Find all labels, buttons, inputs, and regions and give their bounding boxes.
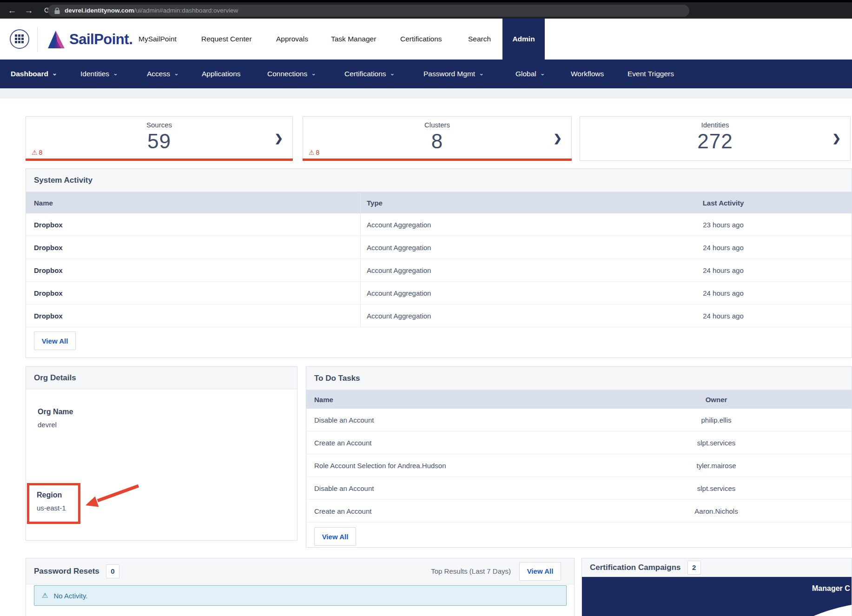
campaign-card[interactable]: Manager C [582,577,852,616]
subnav-connections-label: Connections [267,70,307,78]
region-label: Region [37,491,62,499]
activity-type: Account Aggregation [367,213,431,236]
clusters-warning-count: 8 [316,149,320,156]
subnav-access[interactable]: Access⌄ [147,60,179,88]
topnav-task-manager[interactable]: Task Manager [331,19,376,60]
chevron-down-icon: ⌄ [311,59,316,88]
activity-name: Dropbox [34,305,63,327]
admin-subnav: Dashboard⌄ Identities⌄ Access⌄ Applicati… [0,60,852,88]
activity-name: Dropbox [34,236,63,258]
subnav-applications-label: Applications [202,70,241,78]
subnav-event-triggers-label: Event Triggers [627,70,674,78]
subnav-workflows[interactable]: Workflows [571,60,604,88]
chevron-down-icon: ⌄ [174,59,179,88]
todo-task-row[interactable]: Role Account Selection for Andrea.Hudson… [306,454,852,477]
todo-task-row[interactable]: Disable an Account slpt.services [306,477,852,500]
org-details-title: Org Details [26,367,297,389]
system-activity-row[interactable]: Dropbox Account Aggregation 24 hours ago [26,282,852,305]
identities-card-label: Identities [580,121,850,129]
header-divider [37,27,38,52]
topnav-certifications[interactable]: Certifications [400,19,442,60]
topnav-admin-active-tab[interactable]: Admin [502,19,545,60]
sailpoint-logo[interactable]: SailPoint. [46,29,132,50]
system-activity-row[interactable]: Dropbox Account Aggregation 24 hours ago [26,236,852,259]
certification-campaigns-header: Certification Campaigns 2 [582,558,852,577]
todo-task-row[interactable]: Disable an Account philip.ellis [306,409,852,431]
lock-icon [54,7,60,16]
subnav-connections[interactable]: Connections⌄ [267,60,316,88]
subnav-global[interactable]: Global⌄ [515,60,545,88]
sources-card-label: Sources [26,121,292,129]
topnav-approvals[interactable]: Approvals [276,19,308,60]
task-owner: tyler.mairose [600,454,832,477]
chevron-down-icon: ⌄ [540,59,545,88]
password-resets-view-all-button[interactable]: View All [519,562,561,581]
system-activity-row[interactable]: Dropbox Account Aggregation 24 hours ago [26,305,852,327]
subnav-workflows-label: Workflows [571,70,604,78]
system-activity-row[interactable]: Dropbox Account Aggregation 23 hours ago [26,213,852,236]
warning-icon: ⚠ [309,149,315,156]
subnav-global-label: Global [515,70,536,78]
topnav-mysailpoint[interactable]: MySailPoint [139,19,177,60]
subnav-password-mgmt-label: Password Mgmt [423,70,475,78]
todo-view-all-button[interactable]: View All [314,527,356,546]
sources-alert-underline [26,159,293,161]
sources-warning-badge: ⚠8 [32,149,42,156]
browser-back-icon[interactable]: ← [6,4,19,17]
certification-campaigns-count-badge: 2 [687,561,701,575]
chevron-right-icon: ❯ [554,132,562,145]
clusters-card-value: 8 [303,130,571,153]
app-header: SailPoint. MySailPoint Request Center Ap… [0,19,852,60]
subnav-dashboard-label: Dashboard [11,70,48,78]
activity-type: Account Aggregation [367,305,431,327]
activity-last: 23 hours ago [602,213,844,236]
password-resets-header: Password Resets 0 Top Results (Last 7 Da… [26,558,574,584]
no-activity-banner: ⚠ No Activity. [34,585,567,606]
url-path: /ui/admin#admin:dashboard:overview [134,7,238,14]
activity-type: Account Aggregation [367,259,431,281]
activity-type: Account Aggregation [367,236,431,258]
clusters-card-label: Clusters [303,121,571,129]
annotation-arrow-icon [82,479,142,510]
subnav-applications[interactable]: Applications [202,60,241,88]
system-activity-row[interactable]: Dropbox Account Aggregation 24 hours ago [26,259,852,282]
subnav-event-triggers[interactable]: Event Triggers [627,60,674,88]
browser-forward-icon[interactable]: → [22,4,35,17]
page-background-band [0,88,852,99]
chevron-down-icon: ⌄ [390,59,395,88]
clusters-stat-card[interactable]: Clusters 8 ❯ ⚠8 [303,116,572,161]
topnav-search[interactable]: Search [468,19,491,60]
system-activity-view-all-button[interactable]: View All [34,331,76,350]
subnav-dashboard[interactable]: Dashboard⌄ [11,60,57,88]
identities-stat-card[interactable]: Identities 272 ❯ [580,116,851,161]
task-owner: Aaron.Nichols [600,500,832,522]
subnav-password-mgmt[interactable]: Password Mgmt⌄ [423,60,484,88]
top-results-label: Top Results (Last 7 Days) [431,567,511,575]
system-activity-title: System Activity [26,169,852,192]
certification-campaigns-panel: Certification Campaigns 2 Manager C [581,558,852,616]
address-bar[interactable]: devrel.identitynow.com/ui/admin#admin:da… [48,5,689,17]
org-details-panel: Org Details Org Name devrel Region us-ea… [26,366,297,541]
warning-icon: ⚠ [32,149,38,156]
activity-name: Dropbox [34,213,63,236]
todo-task-row[interactable]: Create an Account Aaron.Nichols [306,500,852,523]
subnav-certifications[interactable]: Certifications⌄ [344,60,395,88]
topnav-request-center[interactable]: Request Center [201,19,252,60]
url-text: devrel.identitynow.com/ui/admin#admin:da… [65,5,238,17]
region-annotation-box: Region us-east-1 [27,483,80,524]
app-launcher-waffle-icon[interactable] [10,29,29,49]
sources-stat-card[interactable]: Sources 59 ❯ ⚠8 [26,116,293,161]
sailpoint-sail-icon [46,30,67,49]
sailpoint-wordmark: SailPoint. [69,31,132,48]
url-domain: devrel.identitynow.com [65,7,134,14]
activity-last: 24 hours ago [602,236,844,258]
region-value: us-east-1 [37,504,66,512]
system-activity-panel: System Activity Name Type Last Activity … [26,168,852,358]
activity-last: 24 hours ago [602,259,844,281]
task-name: Create an Account [314,431,371,454]
column-header-type: Type [367,192,383,213]
subnav-certifications-label: Certifications [344,70,386,78]
subnav-identities[interactable]: Identities⌄ [80,60,118,88]
task-name: Disable an Account [314,409,374,431]
todo-task-row[interactable]: Create an Account slpt.services [306,431,852,454]
